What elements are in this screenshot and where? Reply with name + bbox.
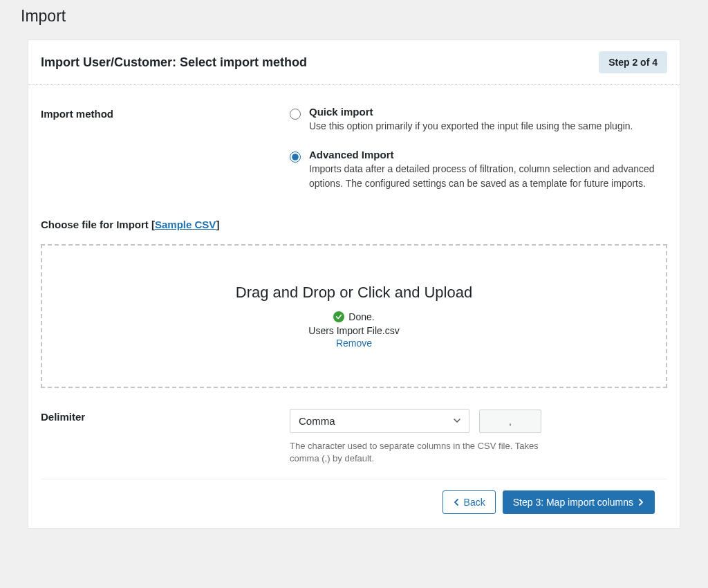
quick-import-radio[interactable] [290, 109, 301, 120]
page-wrapper: Import Import User/Customer: Select impo… [0, 0, 708, 542]
remove-file-link[interactable]: Remove [336, 338, 372, 349]
choose-file-suffix: ] [216, 219, 219, 230]
advanced-import-text: Advanced Import Imports data after a det… [309, 149, 667, 191]
next-step-button[interactable]: Step 3: Map import columns [503, 490, 655, 514]
advanced-import-title: Advanced Import [309, 149, 667, 160]
page-title: Import [14, 7, 694, 26]
card-footer: Back Step 3: Map import columns [41, 479, 667, 514]
quick-import-option[interactable]: Quick import Use this option primarily i… [290, 106, 667, 134]
sample-csv-link[interactable]: Sample CSV [155, 219, 216, 230]
advanced-import-desc: Imports data after a detailed process of… [309, 162, 667, 191]
card-header-title: Import User/Customer: Select import meth… [41, 55, 307, 70]
import-method-label: Import method [41, 106, 290, 191]
import-card: Import User/Customer: Select import meth… [28, 39, 680, 529]
next-step-label: Step 3: Map import columns [513, 497, 633, 508]
back-button[interactable]: Back [442, 490, 496, 514]
delimiter-select[interactable]: Comma [290, 409, 469, 433]
quick-import-title: Quick import [309, 106, 667, 118]
advanced-import-option[interactable]: Advanced Import Imports data after a det… [290, 149, 667, 191]
chevron-left-icon [453, 497, 460, 508]
delimiter-help: The character used to separate columns i… [290, 440, 539, 465]
import-method-row: Import method Quick import Use this opti… [41, 106, 667, 191]
uploaded-filename: Users Import File.csv [56, 325, 652, 336]
delimiter-label: Delimiter [41, 409, 290, 465]
chevron-right-icon [637, 497, 644, 508]
upload-done-line: Done. [56, 311, 652, 322]
dropzone-title: Drag and Drop or Click and Upload [56, 284, 652, 302]
check-icon [333, 311, 344, 322]
delimiter-select-wrap: Comma [290, 409, 469, 433]
quick-import-text: Quick import Use this option primarily i… [309, 106, 667, 134]
import-method-options: Quick import Use this option primarily i… [290, 106, 667, 191]
back-button-label: Back [464, 497, 485, 508]
delimiter-field: Comma The character used to separate col… [290, 409, 667, 465]
delimiter-char-input[interactable] [479, 410, 541, 433]
file-dropzone[interactable]: Drag and Drop or Click and Upload Done. … [41, 244, 667, 388]
done-text: Done. [348, 311, 374, 322]
card-header: Import User/Customer: Select import meth… [28, 40, 680, 85]
choose-file-label: Choose file for Import [Sample CSV] [41, 219, 667, 230]
card-body: Import method Quick import Use this opti… [28, 85, 680, 528]
delimiter-row: Delimiter Comma The charact [41, 409, 667, 465]
step-badge: Step 2 of 4 [599, 51, 667, 73]
choose-file-prefix: Choose file for Import [ [41, 219, 155, 230]
advanced-import-radio[interactable] [290, 151, 301, 163]
quick-import-desc: Use this option primarily if you exporte… [309, 119, 667, 134]
